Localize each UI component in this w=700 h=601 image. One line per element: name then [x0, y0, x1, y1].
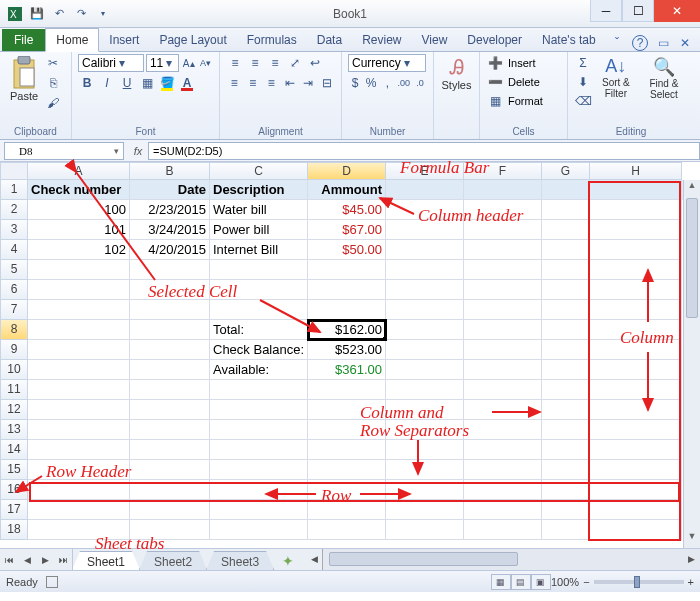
align-left-icon[interactable]: ≡ [226, 74, 243, 92]
cell[interactable] [464, 480, 542, 500]
cell[interactable] [386, 320, 464, 340]
cell[interactable] [542, 420, 590, 440]
row-header-3[interactable]: 3 [0, 220, 28, 240]
comma-icon[interactable]: , [380, 74, 394, 92]
cell[interactable] [210, 460, 308, 480]
cell[interactable] [590, 520, 682, 540]
cell[interactable] [542, 360, 590, 380]
row-header-10[interactable]: 10 [0, 360, 28, 380]
fx-button[interactable]: fx [128, 145, 148, 157]
cell[interactable] [28, 400, 130, 420]
tab-nav-prev-icon[interactable]: ◀ [18, 549, 36, 570]
cell[interactable] [210, 420, 308, 440]
cell[interactable]: Internet Bill [210, 240, 308, 260]
cell[interactable] [542, 440, 590, 460]
col-header-a[interactable]: A [28, 162, 130, 180]
cell[interactable] [308, 400, 386, 420]
row-header-12[interactable]: 12 [0, 400, 28, 420]
window-restore-icon[interactable]: ✕ [678, 36, 692, 50]
cell[interactable] [28, 340, 130, 360]
cell[interactable] [542, 480, 590, 500]
qat-dropdown-icon[interactable]: ▾ [94, 5, 112, 23]
cell[interactable]: 3/24/2015 [130, 220, 210, 240]
sort-filter-button[interactable]: A↓ Sort & Filter [594, 54, 638, 110]
formula-input[interactable]: =SUM(D2:D5) [148, 142, 700, 160]
insert-cells-label[interactable]: Insert [506, 57, 536, 69]
cell[interactable] [590, 300, 682, 320]
zoom-in-button[interactable]: + [688, 576, 694, 588]
cell[interactable] [28, 460, 130, 480]
cell[interactable] [28, 380, 130, 400]
cell[interactable] [464, 500, 542, 520]
row-header-18[interactable]: 18 [0, 520, 28, 540]
cell[interactable] [210, 400, 308, 420]
cell[interactable]: $162.00 [308, 320, 386, 340]
tab-insert[interactable]: Insert [99, 29, 149, 51]
cell[interactable] [210, 260, 308, 280]
cell[interactable] [542, 200, 590, 220]
undo-icon[interactable]: ↶ [50, 5, 68, 23]
cell[interactable] [464, 200, 542, 220]
border-button[interactable]: ▦ [138, 74, 156, 92]
cell[interactable] [386, 480, 464, 500]
close-button[interactable]: ✕ [654, 0, 700, 22]
cell[interactable] [130, 380, 210, 400]
increase-decimal-icon[interactable]: .00 [396, 74, 411, 92]
cell[interactable] [308, 380, 386, 400]
sheet-tab-2[interactable]: Sheet2 [139, 551, 207, 570]
cell[interactable]: Available: [210, 360, 308, 380]
ribbon-options-icon[interactable]: ▭ [656, 36, 670, 50]
row-header-4[interactable]: 4 [0, 240, 28, 260]
cell[interactable] [386, 260, 464, 280]
tab-home[interactable]: Home [45, 28, 99, 52]
cell[interactable] [464, 340, 542, 360]
cell[interactable] [210, 280, 308, 300]
hscroll-left-icon[interactable]: ◀ [305, 551, 323, 567]
select-all-button[interactable] [0, 162, 28, 180]
cell[interactable]: Date [130, 180, 210, 200]
align-right-icon[interactable]: ≡ [263, 74, 280, 92]
row-header-14[interactable]: 14 [0, 440, 28, 460]
row-header-9[interactable]: 9 [0, 340, 28, 360]
format-cells-icon[interactable]: ▦ [486, 92, 504, 110]
cell[interactable]: Power bill [210, 220, 308, 240]
cell[interactable] [542, 260, 590, 280]
cell[interactable] [590, 380, 682, 400]
decrease-indent-icon[interactable]: ⇤ [282, 74, 299, 92]
cell[interactable] [28, 280, 130, 300]
cell[interactable] [308, 480, 386, 500]
horizontal-scrollbar[interactable]: ◀ ▶ [322, 549, 700, 570]
format-cells-label[interactable]: Format [506, 95, 543, 107]
wrap-text-icon[interactable]: ↩ [306, 54, 324, 72]
insert-cells-icon[interactable]: ➕ [486, 54, 504, 72]
cell[interactable] [590, 340, 682, 360]
cell[interactable] [130, 260, 210, 280]
tab-view[interactable]: View [412, 29, 458, 51]
cell[interactable] [28, 320, 130, 340]
cell[interactable] [542, 380, 590, 400]
cell[interactable] [386, 400, 464, 420]
view-pagebreak-icon[interactable]: ▣ [531, 574, 551, 590]
row-header-11[interactable]: 11 [0, 380, 28, 400]
cell[interactable]: 4/20/2015 [130, 240, 210, 260]
zoom-out-button[interactable]: − [583, 576, 589, 588]
cell[interactable] [590, 220, 682, 240]
name-box[interactable]: D8 [4, 142, 124, 160]
fill-icon[interactable]: ⬇ [574, 73, 592, 91]
cell[interactable] [308, 420, 386, 440]
increase-font-icon[interactable]: A▴ [181, 54, 196, 72]
find-select-button[interactable]: 🔍 Find & Select [640, 54, 688, 110]
cell[interactable] [590, 360, 682, 380]
cell[interactable] [130, 400, 210, 420]
cell[interactable] [130, 500, 210, 520]
cell[interactable]: 100 [28, 200, 130, 220]
font-color-button[interactable]: A [178, 74, 196, 92]
col-header-g[interactable]: G [542, 162, 590, 180]
cell[interactable]: Ammount [308, 180, 386, 200]
cell[interactable] [130, 480, 210, 500]
decrease-font-icon[interactable]: A▾ [198, 54, 213, 72]
autosum-icon[interactable]: Σ [574, 54, 592, 72]
tab-nav-first-icon[interactable]: ⏮ [0, 549, 18, 570]
cell[interactable] [28, 420, 130, 440]
cell[interactable] [542, 520, 590, 540]
